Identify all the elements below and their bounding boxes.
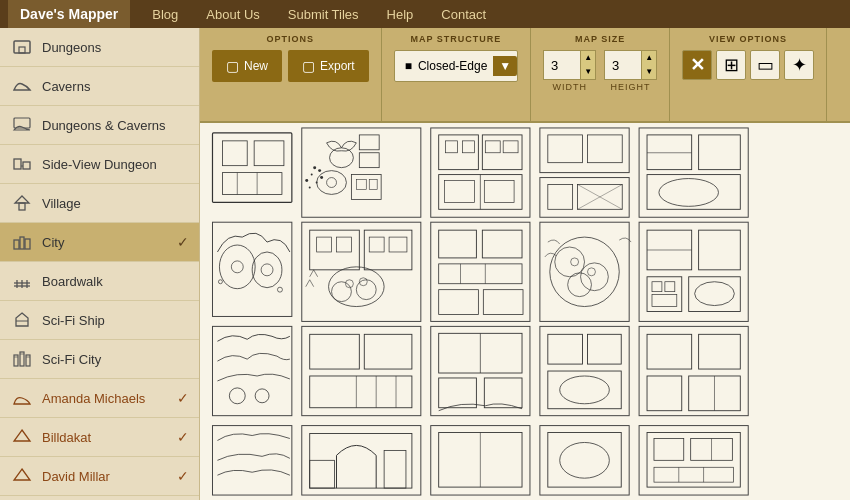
svg-rect-40 — [369, 180, 377, 190]
svg-point-106 — [588, 268, 596, 276]
svg-rect-139 — [699, 334, 741, 369]
svg-rect-9 — [20, 237, 24, 249]
svg-rect-54 — [503, 141, 518, 153]
sidebar-item-village[interactable]: Village — [0, 184, 199, 223]
options-buttons: ▢ New ▢ Export — [212, 50, 369, 82]
sidebar-item-caverns[interactable]: Caverns — [0, 67, 199, 106]
svg-rect-159 — [654, 467, 733, 482]
width-up-btn[interactable]: ▲ — [581, 51, 595, 65]
map-structure-value: Closed-Edge — [418, 59, 487, 73]
star-view-button[interactable]: ✦ — [784, 50, 814, 80]
sidebar-item-scifi-city[interactable]: Sci-Fi City — [0, 340, 199, 379]
nav-about[interactable]: About Us — [192, 0, 273, 28]
svg-marker-23 — [14, 430, 30, 441]
width-field: ▲ ▼ Width — [543, 50, 596, 92]
svg-rect-68 — [647, 135, 692, 170]
svg-rect-1 — [19, 47, 25, 53]
top-navigation: Dave's Mapper Blog About Us Submit Tiles… — [0, 0, 850, 28]
svg-point-45 — [316, 182, 318, 184]
sidebar-item-city[interactable]: City ✓ — [0, 223, 199, 262]
svg-point-75 — [252, 252, 282, 288]
svg-point-76 — [231, 261, 243, 273]
height-down-btn[interactable]: ▼ — [642, 65, 656, 79]
svg-rect-71 — [647, 175, 740, 210]
city-icon — [10, 230, 34, 254]
svg-rect-130 — [439, 378, 477, 408]
nav-help[interactable]: Help — [373, 0, 428, 28]
size-inputs-row: ▲ ▼ Width ▲ ▼ — [543, 50, 657, 92]
amanda-checkmark: ✓ — [177, 390, 189, 406]
svg-rect-61 — [588, 135, 623, 163]
svg-rect-57 — [445, 181, 475, 203]
svg-rect-4 — [23, 162, 30, 169]
svg-rect-34 — [359, 135, 379, 150]
svg-point-79 — [277, 287, 282, 292]
svg-point-77 — [261, 264, 273, 276]
svg-rect-8 — [14, 240, 19, 249]
sidebar-item-scifi-ship[interactable]: Sci-Fi Ship — [0, 301, 199, 340]
sidebar: Dungeons Caverns Dungeons & Caverns Side… — [0, 28, 200, 500]
nav-submit[interactable]: Submit Tiles — [274, 0, 373, 28]
amanda-icon — [10, 386, 34, 410]
svg-rect-81 — [310, 230, 360, 270]
grid-view-button[interactable]: ⊞ — [716, 50, 746, 80]
map-size-label: MAP SIZE — [575, 34, 625, 44]
sidebar-item-boardwalk[interactable]: Boardwalk — [0, 262, 199, 301]
svg-point-42 — [318, 169, 321, 172]
svg-rect-134 — [588, 334, 622, 364]
svg-rect-140 — [647, 376, 682, 411]
sidebar-label-village: Village — [42, 196, 81, 211]
map-structure-select[interactable]: ■ Closed-Edge ▼ — [394, 50, 519, 82]
sidebar-item-amanda[interactable]: Amanda Michaels ✓ — [0, 379, 199, 418]
nav-contact[interactable]: Contact — [427, 0, 500, 28]
dropdown-arrow-icon: ▼ — [493, 56, 517, 76]
sidebar-item-billdakat[interactable]: Billdakat ✓ — [0, 418, 199, 457]
brand-logo[interactable]: Dave's Mapper — [8, 0, 130, 28]
sidebar-item-side-dungeon[interactable]: Side-View Dungeon — [0, 145, 199, 184]
border-view-button[interactable]: ▭ — [750, 50, 780, 80]
svg-rect-120 — [302, 326, 421, 415]
svg-rect-137 — [639, 326, 748, 415]
sidebar-label-scifi-ship: Sci-Fi Ship — [42, 313, 105, 328]
content-area: OPTIONS ▢ New ▢ Export MAP STRUCTURE — [200, 28, 850, 500]
svg-point-78 — [218, 280, 222, 284]
nav-blog[interactable]: Blog — [138, 0, 192, 28]
svg-rect-17 — [14, 355, 18, 366]
svg-rect-85 — [369, 237, 384, 252]
svg-rect-52 — [482, 135, 522, 170]
svg-rect-94 — [482, 230, 522, 258]
width-label: Width — [552, 82, 587, 92]
map-structure-section: MAP STRUCTURE ■ Closed-Edge ▼ — [382, 28, 532, 121]
svg-rect-67 — [639, 128, 748, 217]
options-label: OPTIONS — [267, 34, 315, 44]
svg-rect-51 — [462, 141, 474, 153]
width-input[interactable] — [544, 51, 580, 79]
svg-point-116 — [695, 282, 735, 306]
map-canvas[interactable] — [200, 123, 850, 500]
sidebar-item-david[interactable]: David Millar ✓ — [0, 457, 199, 496]
toolbar: OPTIONS ▢ New ▢ Export MAP STRUCTURE — [200, 28, 850, 123]
width-down-btn[interactable]: ▼ — [581, 65, 595, 79]
svg-rect-50 — [446, 141, 458, 153]
map-structure-label: MAP STRUCTURE — [411, 34, 502, 44]
svg-rect-7 — [19, 203, 25, 210]
height-up-btn[interactable]: ▲ — [642, 51, 656, 65]
svg-rect-29 — [222, 173, 282, 195]
sidebar-item-risus[interactable]: Risus Monkey ✓ — [0, 496, 199, 500]
svg-rect-28 — [254, 141, 284, 166]
svg-rect-147 — [384, 450, 406, 488]
sidebar-item-dungeons-caverns[interactable]: Dungeons & Caverns — [0, 106, 199, 145]
svg-rect-92 — [431, 222, 530, 321]
sidebar-item-dungeons[interactable]: Dungeons — [0, 28, 199, 67]
export-button[interactable]: ▢ Export — [288, 50, 369, 82]
new-button[interactable]: ▢ New — [212, 50, 282, 82]
height-spin-arrows: ▲ ▼ — [641, 51, 656, 79]
height-input[interactable] — [605, 51, 641, 79]
svg-rect-98 — [439, 290, 479, 315]
svg-rect-10 — [25, 239, 30, 249]
svg-point-74 — [219, 245, 255, 289]
height-field: ▲ ▼ Height — [604, 50, 657, 92]
close-view-button[interactable]: ✕ — [682, 50, 712, 80]
svg-rect-155 — [647, 433, 740, 488]
svg-point-105 — [571, 258, 579, 266]
